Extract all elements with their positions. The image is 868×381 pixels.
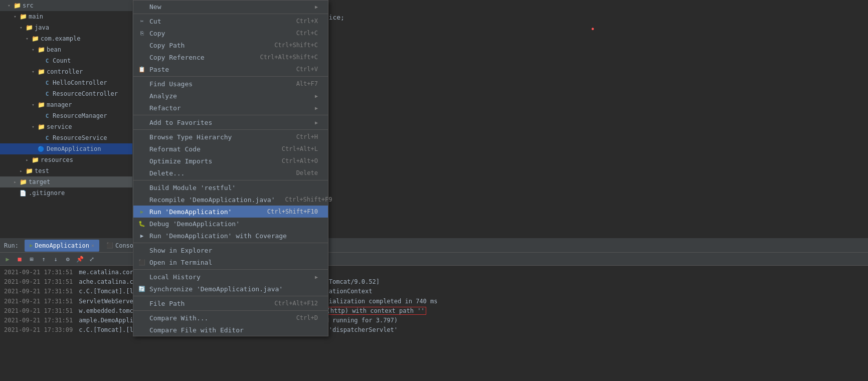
chevron-icon: ▾ bbox=[30, 47, 36, 53]
sidebar: ▾ 📁 src ▾ 📁 main ▾ 📁 java ▾ 📁 com.exampl… bbox=[0, 0, 133, 238]
menu-item-label: Find Usages bbox=[149, 80, 286, 88]
sidebar-item-label: Count bbox=[53, 57, 71, 64]
close-tab-icon[interactable]: ✕ bbox=[91, 243, 94, 248]
menu-item-refactor[interactable]: Refactor ▶ bbox=[133, 102, 328, 114]
menu-divider bbox=[133, 129, 328, 130]
menu-shortcut: Alt+F7 bbox=[286, 80, 318, 87]
sidebar-item-label: ResourceManager bbox=[53, 112, 107, 119]
sidebar-item-resources[interactable]: ▸ 📁 resources bbox=[0, 154, 132, 165]
sidebar-item-test[interactable]: ▸ 📁 test bbox=[0, 165, 132, 176]
menu-shortcut: Ctrl+Shift+F9 bbox=[275, 196, 332, 203]
menu-item-label: Optimize Imports bbox=[149, 157, 272, 165]
main-area: ▾ 📁 src ▾ 📁 main ▾ 📁 java ▾ 📁 com.exampl… bbox=[0, 0, 868, 238]
sidebar-item-count[interactable]: ▾ C Count bbox=[0, 55, 132, 66]
sidebar-item-label: com.example bbox=[41, 35, 80, 42]
menu-item-debug[interactable]: 🐛 Debug 'DemoApplication' bbox=[133, 218, 328, 230]
menu-divider bbox=[133, 115, 328, 115]
sidebar-item-label: java bbox=[35, 24, 49, 31]
folder-icon: 📁 bbox=[37, 101, 45, 109]
menu-shortcut: Ctrl+Alt+Shift+C bbox=[250, 54, 318, 61]
arrow-icon: ▶ bbox=[315, 93, 318, 99]
menu-item-add-favorites[interactable]: Add to Favorites ▶ bbox=[133, 116, 328, 128]
error-indicator: • bbox=[590, 23, 595, 36]
menu-item-copy-path[interactable]: Copy Path Ctrl+Shift+C bbox=[133, 39, 328, 51]
paste-icon: 📋 bbox=[137, 65, 146, 74]
sidebar-item-manager[interactable]: ▾ 📁 manager bbox=[0, 99, 132, 110]
sidebar-item-bean[interactable]: ▾ 📁 bean bbox=[0, 44, 132, 55]
settings-button[interactable]: ⚙ bbox=[62, 254, 73, 265]
run-class-icon: 🔵 bbox=[37, 145, 45, 153]
menu-shortcut: Ctrl+Alt+O bbox=[272, 157, 318, 164]
menu-divider bbox=[133, 180, 328, 180]
run-tab-icon: ▶ bbox=[30, 242, 33, 249]
empty-icon bbox=[137, 41, 146, 50]
menu-item-label: Add to Favorites bbox=[149, 119, 313, 126]
menu-shortcut: Ctrl+Shift+F10 bbox=[257, 208, 318, 215]
empty-icon bbox=[137, 183, 146, 192]
sidebar-item-target[interactable]: ▸ 📁 target bbox=[0, 176, 132, 187]
rerun-button[interactable]: ▶ bbox=[2, 254, 13, 265]
tab-demo-application[interactable]: ▶ DemoApplication ✕ bbox=[25, 240, 99, 252]
sidebar-item-resource-service[interactable]: ▾ C ResourceService bbox=[0, 132, 132, 143]
menu-shortcut: Ctrl+Shift+C bbox=[264, 42, 318, 49]
sidebar-item-demo-application[interactable]: ▾ 🔵 DemoApplication bbox=[0, 143, 132, 154]
menu-item-recompile[interactable]: Recompile 'DemoApplication.java' Ctrl+Sh… bbox=[133, 194, 328, 206]
chevron-icon: ▾ bbox=[30, 124, 36, 130]
scroll-up-button[interactable]: ↑ bbox=[38, 254, 49, 265]
menu-item-copy[interactable]: ⎘ Copy Ctrl+C bbox=[133, 27, 328, 39]
sidebar-item-controller[interactable]: ▾ 📁 controller bbox=[0, 66, 132, 77]
sidebar-item-resource-manager[interactable]: ▾ C ResourceManager bbox=[0, 110, 132, 121]
expand-button[interactable]: ⤢ bbox=[86, 254, 97, 265]
menu-item-cut[interactable]: ✂ Cut Ctrl+X bbox=[133, 15, 328, 27]
menu-item-build-module[interactable]: Build Module 'restful' bbox=[133, 181, 328, 194]
menu-shortcut: Delete bbox=[286, 169, 318, 176]
restore-layout-button[interactable]: ⊞ bbox=[26, 254, 37, 265]
chevron-icon: ▾ bbox=[24, 36, 30, 42]
chevron-icon: ▾ bbox=[6, 3, 12, 9]
chevron-icon: ▾ bbox=[12, 14, 18, 20]
menu-item-reformat[interactable]: Reformat Code Ctrl+Alt+L bbox=[133, 143, 328, 155]
stop-button[interactable]: ■ bbox=[14, 254, 25, 265]
new-icon bbox=[137, 2, 146, 11]
menu-item-copy-reference[interactable]: Copy Reference Ctrl+Alt+Shift+C bbox=[133, 51, 328, 63]
console-timestamp: 2021-09-21 17:31:51 bbox=[4, 297, 73, 306]
bottom-tabs: Run: ▶ DemoApplication ✕ ⬛ Console ⚡ End… bbox=[0, 239, 868, 253]
chevron-icon: ▾ bbox=[18, 25, 24, 31]
sidebar-item-com-example[interactable]: ▾ 📁 com.example bbox=[0, 33, 132, 44]
sidebar-item-label: manager bbox=[47, 101, 72, 108]
menu-shortcut: Ctrl+H bbox=[286, 133, 318, 140]
copy-icon: ⎘ bbox=[137, 29, 146, 38]
menu-item-optimize[interactable]: Optimize Imports Ctrl+Alt+O bbox=[133, 155, 328, 167]
sidebar-item-hello-controller[interactable]: ▾ C HelloController bbox=[0, 77, 132, 88]
coverage-icon: ▶ bbox=[137, 231, 146, 238]
pin-button[interactable]: 📌 bbox=[74, 254, 85, 265]
sidebar-item-label: src bbox=[23, 2, 34, 9]
menu-item-label: Analyze bbox=[149, 92, 313, 100]
chevron-icon: ▸ bbox=[24, 157, 30, 163]
class-icon: C bbox=[43, 90, 51, 98]
menu-item-run-coverage[interactable]: ▶ Run 'DemoApplication' with Coverage bbox=[133, 230, 328, 238]
menu-item-browse-hierarchy[interactable]: Browse Type Hierarchy Ctrl+H bbox=[133, 131, 328, 143]
folder-icon: 📁 bbox=[19, 13, 27, 21]
sidebar-item-main[interactable]: ▾ 📁 main bbox=[0, 11, 132, 22]
sidebar-item-label: .gitignore bbox=[29, 189, 65, 197]
sidebar-item-gitignore[interactable]: ▾ 📄 .gitignore bbox=[0, 187, 132, 199]
menu-item-analyze[interactable]: Analyze ▶ bbox=[133, 90, 328, 102]
class-icon: C bbox=[43, 57, 51, 65]
sidebar-item-label: DemoApplication bbox=[47, 145, 101, 152]
sidebar-item-resource-controller[interactable]: ▾ C ResourceController bbox=[0, 88, 132, 99]
menu-item-find-usages[interactable]: Find Usages Alt+F7 bbox=[133, 78, 328, 90]
menu-item-new[interactable]: New ▶ bbox=[133, 1, 328, 13]
menu-item-run[interactable]: ▶ Run 'DemoApplication' Ctrl+Shift+F10 bbox=[133, 206, 328, 218]
empty-icon bbox=[137, 132, 146, 141]
menu-item-delete[interactable]: Delete... Delete bbox=[133, 167, 328, 179]
menu-item-paste[interactable]: 📋 Paste Ctrl+V bbox=[133, 63, 328, 75]
sidebar-item-src[interactable]: ▾ 📁 src bbox=[0, 0, 132, 11]
menu-item-label: Paste bbox=[149, 66, 286, 73]
console-timestamp: 2021-09-21 17:31:51 bbox=[4, 306, 73, 316]
sidebar-item-java[interactable]: ▾ 📁 java bbox=[0, 22, 132, 33]
scroll-down-button[interactable]: ↓ bbox=[50, 254, 61, 265]
bottom-panel: Run: ▶ DemoApplication ✕ ⬛ Console ⚡ End… bbox=[0, 238, 868, 381]
folder-icon: 📁 bbox=[37, 68, 45, 76]
sidebar-item-service[interactable]: ▾ 📁 service bbox=[0, 121, 132, 132]
